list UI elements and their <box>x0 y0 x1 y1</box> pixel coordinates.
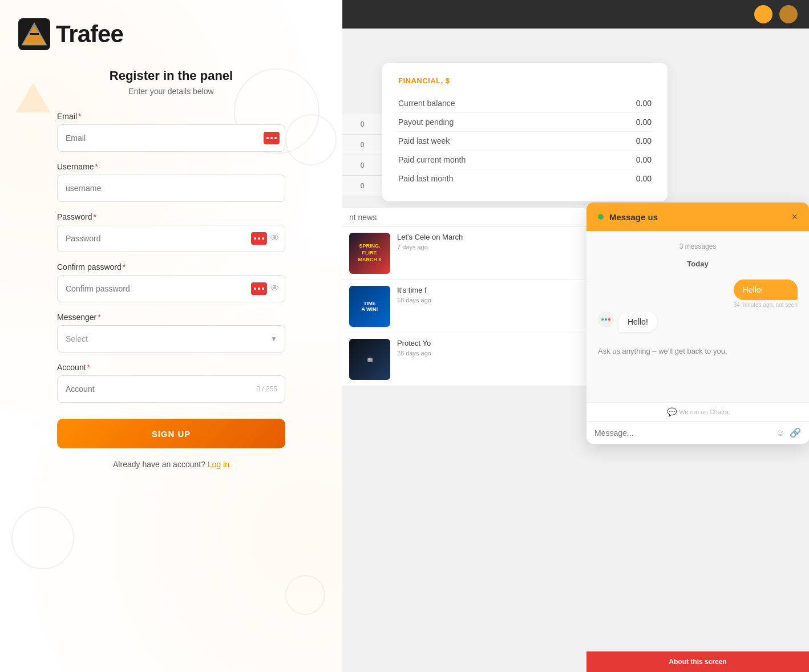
stat-item-3: 0 <box>342 155 382 176</box>
email-dots-icon <box>264 132 280 144</box>
email-input[interactable] <box>57 124 285 152</box>
messenger-label: Messenger* <box>57 313 285 322</box>
chat-bubble-outgoing: Hello! <box>734 280 798 300</box>
news-item-1[interactable]: TIMEA WIN! It's time f 18 days ago <box>342 280 628 333</box>
financial-value-3: 0.00 <box>636 155 652 164</box>
chat-message-outgoing: Hello! 34 minutes ago, not seen <box>734 280 798 308</box>
chat-title: Message us <box>609 212 658 222</box>
stat-item-4: 0 <box>342 176 382 196</box>
topbar-avatar <box>754 5 772 23</box>
logo-text: Trafee <box>56 21 123 48</box>
confirm-password-label: Confirm password* <box>57 262 285 272</box>
news-thumb-1: TIMEA WIN! <box>349 286 390 327</box>
financial-card: FINANCIAL, $ Current balance 0.00 Payout… <box>382 63 668 201</box>
email-input-wrapper <box>57 124 285 152</box>
chat-message-incoming: Hello! <box>598 311 657 332</box>
financial-row-4: Paid last month 0.00 <box>398 169 652 188</box>
circle-decoration-2 <box>285 114 337 165</box>
confirm-password-group: Confirm password* 👁 <box>57 262 285 302</box>
chat-widget: Message us × 3 messages Today Hello! 34 … <box>586 203 809 444</box>
logo-area: Trafee <box>11 17 331 51</box>
chat-message-input[interactable] <box>594 428 770 438</box>
password-input-wrapper: 👁 <box>57 225 285 252</box>
account-label: Account* <box>57 363 285 372</box>
email-label: Email* <box>57 112 285 121</box>
messenger-select-wrapper: Select Telegram WhatsApp Skype ▼ <box>57 325 285 353</box>
chat-header: Message us × <box>586 203 809 231</box>
chat-bubble-incoming: Hello! <box>618 311 657 332</box>
news-item-0[interactable]: SPRING.FLIRT.MARCH 8 Let's Cele on March… <box>342 227 628 280</box>
chat-footer-icons: ☺ 🔗 <box>776 427 801 438</box>
login-link-text: Already have an account? Log in <box>57 460 285 469</box>
username-input[interactable] <box>57 175 285 202</box>
circle-decoration-4 <box>285 575 325 615</box>
password-dots-icon <box>251 232 267 245</box>
confirm-password-dots-icon <box>251 282 267 295</box>
chat-emoji-icon[interactable]: ☺ <box>776 428 785 438</box>
email-group: Email* <box>57 112 285 152</box>
chat-powered-by: 💬 We run on Chatra <box>586 402 809 421</box>
username-group: Username* <box>57 162 285 202</box>
chat-avatar-dots-icon <box>601 318 610 321</box>
password-label: Password* <box>57 212 285 221</box>
chat-date-divider: Today <box>598 260 798 268</box>
chat-header-left: Message us <box>598 212 658 222</box>
financial-row-1: Payout pending 0.00 <box>398 113 652 132</box>
confirm-password-eye-icon[interactable]: 👁 <box>270 284 280 294</box>
chat-messages-count: 3 messages <box>598 242 798 250</box>
financial-value-0: 0.00 <box>636 99 652 108</box>
news-section-title: nt news <box>342 208 628 227</box>
chat-attach-icon[interactable]: 🔗 <box>790 427 801 438</box>
messenger-group: Messenger* Select Telegram WhatsApp Skyp… <box>57 313 285 353</box>
password-group: Password* 👁 <box>57 212 285 252</box>
financial-label-0: Current balance <box>398 99 455 108</box>
password-icon-right: 👁 <box>251 232 280 245</box>
topbar-avatar-2 <box>779 5 798 23</box>
form-subtitle: Enter your details below <box>57 87 285 96</box>
news-section: nt news SPRING.FLIRT.MARCH 8 Let's Cele … <box>342 208 628 386</box>
dashboard-topbar <box>342 0 809 29</box>
confirm-password-input-wrapper: 👁 <box>57 275 285 302</box>
username-label: Username* <box>57 162 285 171</box>
financial-value-1: 0.00 <box>636 118 652 127</box>
news-thumb-0: SPRING.FLIRT.MARCH 8 <box>349 233 390 274</box>
financial-value-4: 0.00 <box>636 174 652 183</box>
news-thumb-2: 🤖 <box>349 339 390 380</box>
signup-button[interactable]: SIGN UP <box>57 419 285 448</box>
about-screen-button[interactable]: About this screen <box>586 651 809 672</box>
chat-close-button[interactable]: × <box>791 212 798 222</box>
confirm-password-icon-right: 👁 <box>251 282 280 295</box>
circle-decoration-3 <box>11 507 74 569</box>
chat-ask-text: Ask us anything – we'll get back to you. <box>598 347 798 355</box>
account-counter: 0 / 255 <box>256 385 277 393</box>
financial-label-1: Payout pending <box>398 118 454 127</box>
messenger-select[interactable]: Select Telegram WhatsApp Skype <box>57 325 285 353</box>
username-input-wrapper <box>57 175 285 202</box>
stats-column: 0 0 0 0 <box>342 114 382 196</box>
account-input[interactable] <box>57 375 285 403</box>
financial-label-4: Paid last month <box>398 174 454 183</box>
online-status-dot <box>598 214 604 220</box>
stat-item-2: 0 <box>342 135 382 155</box>
news-item-2[interactable]: 🤖 Protect Yo 28 days ago <box>342 333 628 386</box>
svg-rect-3 <box>30 33 39 35</box>
trafee-logo-icon <box>17 17 51 51</box>
login-link[interactable]: Log in <box>208 460 229 469</box>
left-panel: Trafee Register in the panel Enter your … <box>0 0 342 672</box>
registration-form: Register in the panel Enter your details… <box>57 68 285 469</box>
password-eye-icon[interactable]: 👁 <box>270 233 280 244</box>
financial-row-3: Paid current month 0.00 <box>398 151 652 169</box>
account-group: Account* 0 / 255 <box>57 363 285 403</box>
form-title: Register in the panel <box>57 68 285 83</box>
chat-avatar-incoming <box>598 311 614 327</box>
financial-title: FINANCIAL, $ <box>398 76 652 85</box>
stat-item-1: 0 <box>342 114 382 135</box>
chat-body: 3 messages Today Hello! 34 minutes ago, … <box>586 231 809 402</box>
financial-value-2: 0.00 <box>636 136 652 145</box>
financial-label-3: Paid current month <box>398 155 466 164</box>
financial-label-2: Paid last week <box>398 136 450 145</box>
right-panel: 0 0 0 0 FINANCIAL, $ Current balance 0.0… <box>342 0 809 672</box>
account-input-wrapper: 0 / 255 <box>57 375 285 403</box>
financial-row-2: Paid last week 0.00 <box>398 132 652 151</box>
financial-row-0: Current balance 0.00 <box>398 94 652 113</box>
